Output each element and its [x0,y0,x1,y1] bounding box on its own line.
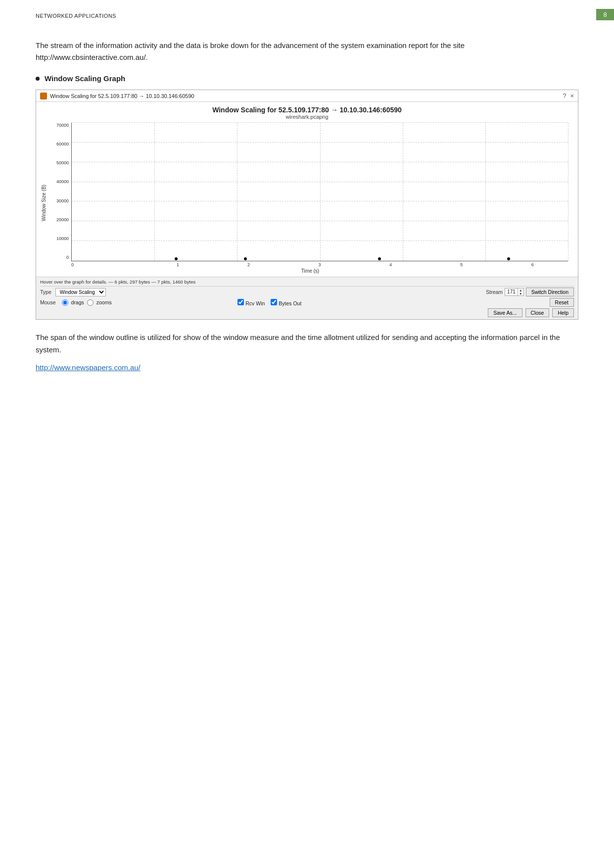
divider-1 [40,286,574,287]
type-label: Type [40,289,51,295]
x-axis-ticks: 0 1 2 3 4 5 6 [71,261,568,267]
wireshark-window: Window Scaling for 52.5.109.177:80 → 10.… [36,90,578,320]
y-tick-30000: 30000 [46,198,69,203]
graph-with-axes: 0 10000 20000 30000 40000 50000 60000 70… [47,123,573,274]
data-point-2 [244,257,247,260]
page-number: 8 [596,9,614,20]
x-tick-4: 4 [355,262,426,267]
graph-subtitle: wireshark.pcapng [41,114,573,120]
titlebar-help-icon[interactable]: ? [563,92,566,99]
drags-label: drags [71,299,84,305]
titlebar-close-icon[interactable]: × [570,92,574,99]
window-titlebar: Window Scaling for 52.5.109.177:80 → 10.… [36,90,578,102]
help-button[interactable]: Help [552,308,574,317]
switch-direction-button[interactable]: Switch Direction [526,288,574,296]
x-tick-3: 3 [284,262,355,267]
y-tick-0: 0 [46,255,69,260]
radio-group: drags zooms [62,299,112,306]
y-tick-10000: 10000 [46,236,69,241]
data-point-1 [175,257,178,260]
window-controls: Hover over the graph for details. — 6 pk… [36,277,578,319]
save-as-button[interactable]: Save As... [488,308,522,317]
x-tick-6: 6 [497,262,568,267]
window-body: Window Scaling for 52.5.109.177:80 → 10.… [36,102,578,277]
y-tick-70000: 70000 [46,123,69,128]
checkbox-group: Rcv Win Bytes Out [237,299,301,306]
footer-link[interactable]: http://www.newspapers.com.au/ [36,363,141,372]
spinbox-arrows[interactable]: ▲ ▼ [518,289,523,295]
spinbox-up[interactable]: ▲ [518,289,523,292]
radio-drags[interactable] [62,299,68,306]
type-select[interactable]: Window Scaling [55,288,106,296]
bytes-out-checkbox[interactable] [271,299,277,305]
hover-info: Hover over the graph for details. — 6 pk… [40,279,574,285]
grid-lines [72,123,568,261]
footer-paragraph: The span of the window outline is utiliz… [36,332,578,356]
ctrl-row-type: Type Window Scaling Stream 171 ▲ ▼ Switc… [40,288,574,296]
page-header: NETWORKED APPLICATIONS [36,13,116,19]
data-point-3 [378,257,381,260]
x-axis-label: Time (s) [47,268,573,274]
rcv-win-label[interactable]: Rcv Win [237,299,265,306]
reset-button[interactable]: Reset [550,298,574,307]
stream-control: Stream 171 ▲ ▼ Switch Direction [486,288,574,296]
x-tick-0: 0 [71,262,142,267]
y-tick-60000: 60000 [46,142,69,146]
section-title: Window Scaling Graph [45,74,125,83]
mouse-label: Mouse [40,299,56,305]
bullet-point [36,77,40,81]
x-tick-1: 1 [142,262,213,267]
ctrl-row-mouse: Mouse drags zooms Rcv Win Bytes Out [40,298,574,307]
stream-label: Stream [486,289,503,295]
ctrl-row-buttons: Save As... Close Help [40,308,574,317]
chart-container: 0 10000 20000 30000 40000 50000 60000 70… [71,123,568,261]
titlebar-controls[interactable]: ? × [563,92,574,99]
radio-zooms[interactable] [87,299,94,306]
close-button[interactable]: Close [525,308,550,317]
data-point-4 [507,257,510,260]
x-tick-5: 5 [426,262,497,267]
titlebar-left: Window Scaling for 52.5.109.177:80 → 10.… [40,93,194,99]
spinbox-down[interactable]: ▼ [518,292,523,295]
graph-area: Window Size (B) 0 10000 20000 30000 4000… [41,123,573,274]
y-tick-20000: 20000 [46,217,69,222]
y-ticks: 0 10000 20000 30000 40000 50000 60000 70… [46,123,69,261]
intro-paragraph: The stream of the information activity a… [36,40,578,63]
rcv-win-checkbox[interactable] [237,299,244,305]
y-tick-50000: 50000 [46,160,69,165]
titlebar-text: Window Scaling for 52.5.109.177:80 → 10.… [50,93,194,99]
stream-spinbox[interactable]: 171 ▲ ▼ [505,288,524,296]
section-heading: Window Scaling Graph [36,74,578,83]
wireshark-app-icon [40,93,47,99]
x-tick-2: 2 [213,262,284,267]
stream-value: 171 [505,289,518,295]
graph-title: Window Scaling for 52.5.109.177:80 → 10.… [41,106,573,114]
y-tick-40000: 40000 [46,179,69,184]
zooms-label: zooms [96,299,112,305]
bytes-out-label[interactable]: Bytes Out [271,299,301,306]
